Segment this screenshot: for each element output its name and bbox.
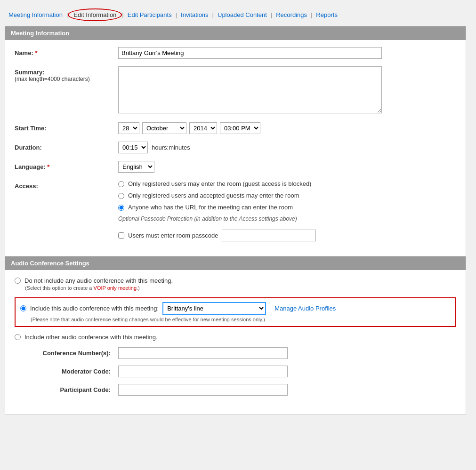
- nav-reports[interactable]: Reports: [312, 11, 341, 18]
- audio-conf-header: Audio Conference Settings: [5, 256, 466, 270]
- duration-row: Duration: 00:15 00:30 01:00 hours:minute…: [15, 142, 456, 153]
- language-label: Language: *: [15, 161, 118, 170]
- audio-radio-3[interactable]: [15, 334, 21, 340]
- month-select[interactable]: JanuaryFebruaryMarchAprilMayJuneJulyAugu…: [142, 122, 186, 134]
- top-nav: Meeting Information | Edit Information |…: [5, 5, 471, 26]
- access-row: Access: Only registered users may enter …: [15, 180, 456, 241]
- access-option2-item: Only registered users and accepted guest…: [118, 192, 456, 199]
- access-radio-1[interactable]: [118, 181, 124, 187]
- hours-minutes-label: hours:minutes: [152, 144, 190, 151]
- nav-edit-participants[interactable]: Edit Participants: [124, 11, 176, 18]
- audio-conf-body: Do not include any audio conference with…: [5, 270, 466, 414]
- start-time-control: 28 JanuaryFebruaryMarchAprilMayJuneJulyA…: [118, 122, 456, 134]
- summary-textarea[interactable]: [118, 66, 382, 113]
- audio-option3: Include other audio conference with this…: [15, 334, 456, 341]
- summary-control: [118, 66, 456, 115]
- start-time-row: Start Time: 28 JanuaryFebruaryMarchApril…: [15, 122, 456, 134]
- manage-audio-link[interactable]: Manage Audio Profiles: [274, 305, 336, 312]
- audio-option3-main: Include other audio conference with this…: [15, 334, 456, 341]
- access-option3-item: Anyone who has the URL for the meeting c…: [118, 204, 456, 211]
- participant-code-row: Participant Code:: [15, 384, 456, 396]
- nav-invitations[interactable]: Invitations: [177, 11, 212, 18]
- name-required: *: [35, 49, 37, 56]
- time-select[interactable]: 01:00 AM02:00 AM03:00 AM04:00 AM05:00 AM…: [220, 122, 260, 134]
- audio-note-pre: (Select this option to create a: [25, 285, 94, 291]
- audio-option2-row: Include this audio conference with this …: [20, 302, 451, 315]
- nav-uploaded-content[interactable]: Uploaded Content: [214, 11, 271, 18]
- duration-select[interactable]: 00:15 00:30 01:00: [118, 142, 148, 153]
- conference-details: Conference Number(s): Moderator Code: Pa…: [15, 347, 456, 407]
- audio-radio-1[interactable]: [15, 278, 21, 284]
- audio-option2-label: Include this audio conference with this …: [30, 305, 159, 312]
- summary-label: Summary: (max length=4000 characters): [15, 66, 118, 82]
- nav-edit-information[interactable]: Edit Information: [68, 8, 122, 21]
- day-select[interactable]: 28: [118, 122, 139, 134]
- access-control: Only registered users may enter the room…: [118, 180, 456, 241]
- access-radio-3[interactable]: [118, 205, 124, 211]
- audio-option3-label: Include other audio conference with this…: [24, 334, 158, 341]
- name-control: [118, 47, 456, 59]
- language-required: *: [47, 163, 49, 170]
- moderator-code-row: Moderator Code:: [15, 366, 456, 377]
- passcode-checkbox-row: Users must enter room passcode: [118, 230, 456, 241]
- duration-control: 00:15 00:30 01:00 hours:minutes: [118, 142, 456, 153]
- audio-option1-note: (Select this option to create a VOIP onl…: [15, 285, 456, 291]
- passcode-check-label: Users must enter room passcode: [128, 232, 218, 239]
- audio-option2-highlight-box: Include this audio conference with this …: [15, 297, 456, 327]
- summary-row: Summary: (max length=4000 characters): [15, 66, 456, 115]
- language-row: Language: * EnglishFrenchSpanishGerman: [15, 161, 456, 173]
- form-container: Meeting Information Name: * Summary: (ma…: [5, 26, 466, 414]
- meeting-info-body: Name: * Summary: (max length=4000 charac…: [5, 40, 466, 256]
- conf-number-label: Conference Number(s):: [15, 350, 118, 357]
- passcode-checkbox[interactable]: [118, 232, 124, 239]
- name-row: Name: *: [15, 47, 456, 59]
- audio-profile-select[interactable]: Brittany's lineOther profile: [162, 302, 266, 315]
- meeting-info-header: Meeting Information: [5, 26, 466, 40]
- duration-label: Duration:: [15, 142, 118, 151]
- participant-code-label: Participant Code:: [15, 386, 118, 393]
- nav-recordings[interactable]: Recordings: [272, 11, 311, 18]
- audio-option1-label: Do not include any audio conference with…: [24, 277, 173, 284]
- year-select[interactable]: 2013201420152016: [189, 122, 217, 134]
- audio-note-post: .): [137, 285, 140, 291]
- language-select[interactable]: EnglishFrenchSpanishGerman: [118, 161, 154, 173]
- access-label: Access:: [15, 180, 118, 190]
- conf-number-input[interactable]: [118, 347, 288, 359]
- passcode-input[interactable]: [222, 230, 316, 241]
- voip-link[interactable]: VOIP only meeting: [94, 285, 137, 291]
- audio-radio-2[interactable]: [20, 305, 26, 311]
- start-time-label: Start Time:: [15, 122, 118, 132]
- conf-number-row: Conference Number(s):: [15, 347, 456, 359]
- nav-meeting-information[interactable]: Meeting Information: [5, 11, 66, 18]
- audio-option2-note: (Please note that audio conference setti…: [20, 317, 451, 322]
- passcode-italic-text: Optional Passcode Protection (in additio…: [118, 215, 456, 222]
- moderator-code-label: Moderator Code:: [15, 368, 118, 375]
- access-radio-group: Only registered users may enter the room…: [118, 180, 456, 241]
- start-time-group: 28 JanuaryFebruaryMarchAprilMayJuneJulyA…: [118, 122, 456, 134]
- access-radio-2[interactable]: [118, 193, 124, 199]
- meeting-info-header-text: Meeting Information: [11, 30, 69, 37]
- audio-conf-header-text: Audio Conference Settings: [11, 260, 89, 267]
- duration-group: 00:15 00:30 01:00 hours:minutes: [118, 142, 456, 153]
- access-option1-text: Only registered users may enter the room…: [128, 180, 311, 187]
- audio-option1: Do not include any audio conference with…: [15, 277, 456, 291]
- moderator-code-input[interactable]: [118, 366, 288, 377]
- access-option3-text: Anyone who has the URL for the meeting c…: [128, 204, 293, 211]
- name-label: Name: *: [15, 47, 118, 56]
- access-option1-item: Only registered users may enter the room…: [118, 180, 456, 187]
- participant-code-input[interactable]: [118, 384, 288, 396]
- access-option2-text: Only registered users and accepted guest…: [128, 192, 299, 199]
- summary-sub-label: (max length=4000 characters): [15, 76, 118, 82]
- language-control: EnglishFrenchSpanishGerman: [118, 161, 456, 173]
- audio-option1-main: Do not include any audio conference with…: [15, 277, 456, 284]
- name-input[interactable]: [118, 47, 382, 59]
